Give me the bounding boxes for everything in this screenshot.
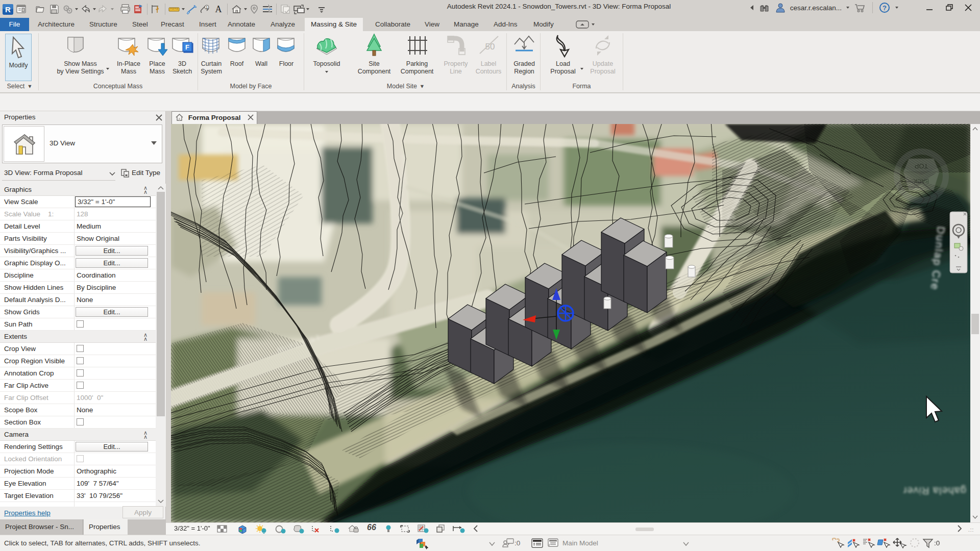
svg-text:?: ?: [883, 4, 887, 12]
svg-text:BACK: BACK: [913, 178, 929, 184]
svg-text:R: R: [5, 5, 11, 14]
svg-text:TOP: TOP: [915, 162, 928, 170]
svg-text:gahela River: gahela River: [903, 485, 966, 496]
svg-text:F: F: [185, 43, 189, 51]
svg-text:50: 50: [485, 42, 495, 52]
